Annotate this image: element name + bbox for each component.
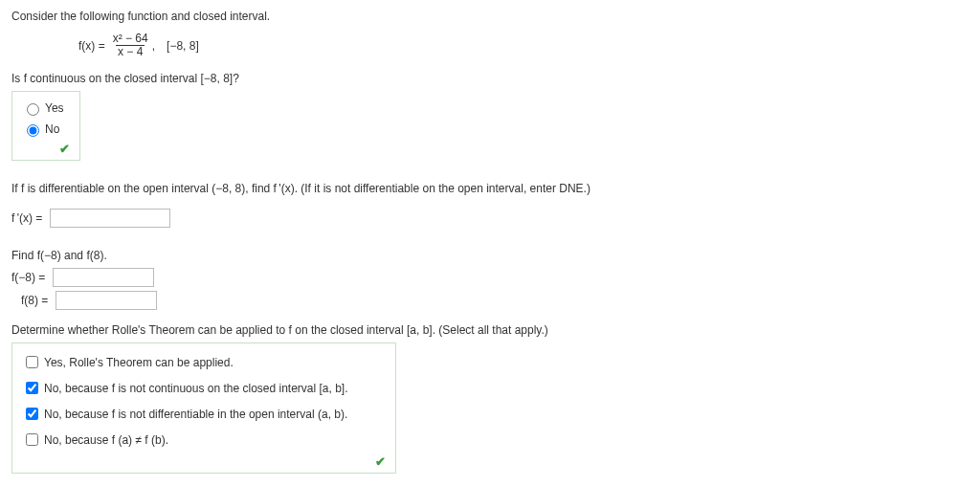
continuity-question: Is f continuous on the closed interval [… xyxy=(11,72,969,161)
continuity-answer-box: Yes No ✔ xyxy=(11,91,80,161)
rolle-opt1-label: Yes, Rolle's Theorem can be applied. xyxy=(44,356,234,369)
rolle-answer-box: Yes, Rolle's Theorem can be applied. No,… xyxy=(11,342,396,474)
check-icon: ✔ xyxy=(375,454,386,469)
fprime-input[interactable] xyxy=(50,209,170,228)
option-no[interactable]: No xyxy=(22,119,70,140)
rolle-opt4-label: No, because f (a) ≠ f (b). xyxy=(44,433,168,447)
rolle-prompt: Determine whether Rolle's Theorem can be… xyxy=(11,323,969,337)
differentiable-section: If f is differentiable on the open inter… xyxy=(11,182,969,228)
rolle-opt-3[interactable]: No, because f is not differentiable in t… xyxy=(22,401,386,427)
rolle-opt3-label: No, because f is not differentiable in t… xyxy=(44,408,347,421)
checkbox-opt4[interactable] xyxy=(26,433,38,446)
option-yes-label: Yes xyxy=(45,101,64,115)
check-icon: ✔ xyxy=(59,142,70,156)
rolle-section: Determine whether Rolle's Theorem can be… xyxy=(11,323,969,474)
evaluate-prompt: Find f(−8) and f(8). xyxy=(11,249,969,262)
rolle-opt-2[interactable]: No, because f is not continuous on the c… xyxy=(22,375,386,401)
comma: , xyxy=(152,39,155,53)
fraction: x² − 64 x − 4 xyxy=(113,33,148,58)
function-definition: f(x) = x² − 64 x − 4 , [−8, 8] xyxy=(78,33,969,58)
f-neg8-label: f(−8) = xyxy=(11,271,45,284)
fraction-numerator: x² − 64 xyxy=(113,33,148,45)
f-neg8-input[interactable] xyxy=(53,268,154,287)
rolle-opt-4[interactable]: No, because f (a) ≠ f (b). xyxy=(22,427,386,453)
rolle-opt-1[interactable]: Yes, Rolle's Theorem can be applied. xyxy=(22,349,386,375)
fprime-label: f '(x) = xyxy=(11,211,42,225)
closed-interval: [−8, 8] xyxy=(167,39,199,53)
checkbox-opt1[interactable] xyxy=(26,356,38,368)
checkbox-opt3[interactable] xyxy=(26,408,38,420)
option-yes[interactable]: Yes xyxy=(22,98,70,119)
fraction-denominator: x − 4 xyxy=(116,45,145,58)
f-8-label: f(8) = xyxy=(21,294,48,307)
differentiable-prompt: If f is differentiable on the open inter… xyxy=(11,182,969,195)
evaluate-section: Find f(−8) and f(8). f(−8) = f(8) = xyxy=(11,249,969,310)
fx-label: f(x) = xyxy=(78,39,105,53)
option-no-label: No xyxy=(45,122,59,136)
checkbox-opt2[interactable] xyxy=(26,382,38,394)
continuity-prompt: Is f continuous on the closed interval [… xyxy=(11,72,969,85)
f-8-input[interactable] xyxy=(56,291,157,310)
rolle-opt2-label: No, because f is not continuous on the c… xyxy=(44,382,348,395)
radio-no[interactable] xyxy=(27,124,39,137)
radio-yes[interactable] xyxy=(27,103,39,116)
intro-text: Consider the following function and clos… xyxy=(11,10,969,23)
